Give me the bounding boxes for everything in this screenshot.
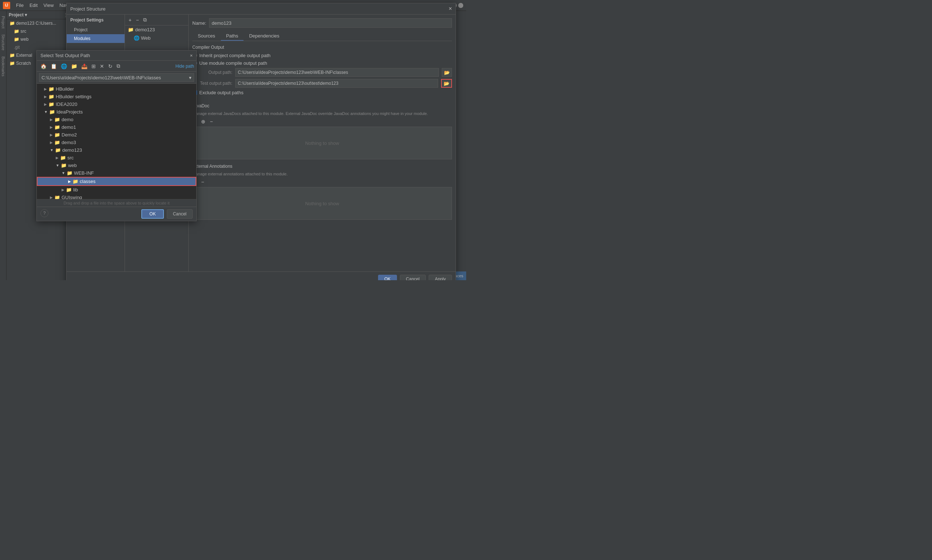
toolbar-delete-button[interactable]: ✕: [98, 63, 106, 70]
folder-icon: 📁: [66, 170, 73, 176]
settings-modules[interactable]: Modules: [66, 34, 125, 43]
output-path-browse-button[interactable]: 📂: [442, 68, 452, 77]
javadoc-toolbar: + ⊕ −: [192, 118, 452, 125]
folder-icon: 📁: [73, 178, 78, 184]
tab-dependencies[interactable]: Dependencies: [244, 31, 285, 41]
test-output-path-row: Test output path: 📂: [192, 79, 452, 88]
menu-file[interactable]: File: [13, 2, 26, 9]
javadoc-add-module-button[interactable]: ⊕: [200, 118, 207, 125]
javadoc-remove-button[interactable]: −: [208, 118, 214, 125]
file-tree-area: ▶ 📁 HBuilder ▶ 📁 HBuilder settings ▶ 📁 I…: [37, 84, 196, 199]
sidebar-bookmarks-tab[interactable]: Bookmarks: [0, 54, 6, 78]
ext-annotations-toolbar: + −: [192, 178, 452, 186]
tree-item-label: WEB-INF: [74, 170, 94, 176]
project-structure-apply-button[interactable]: Apply: [429, 275, 452, 280]
tree-item-demo123[interactable]: ▼ 📁 demo123: [37, 146, 196, 154]
toolbar-newfolder-button[interactable]: 📁: [69, 63, 79, 70]
use-module-radio-row: Use module compile output path: [192, 60, 452, 66]
tree-item-label: demo1: [62, 125, 76, 130]
tab-paths[interactable]: Paths: [221, 31, 244, 41]
project-structure-cancel-button[interactable]: Cancel: [400, 275, 426, 280]
javadoc-nothing-label: Nothing to show: [305, 140, 339, 146]
tree-item-label: lib: [73, 187, 78, 192]
toolbar-dir-button[interactable]: 📋: [49, 63, 58, 70]
chevron-right-icon: ▶: [50, 133, 53, 137]
ext-annotations-empty-area: Nothing to show: [192, 187, 452, 220]
select-dialog-ok-button[interactable]: OK: [141, 209, 164, 219]
tree-item-ideaprojects[interactable]: ▼ 📁 IdeaProjects: [37, 108, 196, 116]
tree-item-classes[interactable]: ▶ 📁 classes: [37, 177, 196, 186]
remove-module-button[interactable]: −: [134, 16, 140, 24]
test-output-path-browse-button[interactable]: 📂: [441, 79, 452, 88]
chevron-right-icon: ▶: [56, 156, 59, 160]
ext-remove-button[interactable]: −: [200, 178, 205, 186]
copy-module-button[interactable]: ⧉: [142, 16, 148, 24]
select-dialog-title-label: Select Test Output Path: [40, 53, 90, 58]
chevron-right-icon: ▶: [62, 188, 65, 192]
toolbar-home-button[interactable]: 🏠: [39, 63, 48, 70]
output-path-input[interactable]: [235, 68, 439, 77]
path-combo-input[interactable]: C:\Users\a\IdeaProjects\demo123\web\WEB-…: [39, 73, 194, 82]
select-dialog-help-button[interactable]: ?: [40, 209, 48, 217]
toolbar-globe-button[interactable]: 🌐: [59, 63, 68, 70]
add-module-button[interactable]: +: [127, 16, 133, 24]
ext-annotations-title: External Annotations: [192, 164, 452, 169]
module-demo123[interactable]: 📁 demo123: [125, 25, 188, 34]
module-name-input[interactable]: [209, 18, 452, 28]
web-icon: 🌐: [134, 35, 139, 41]
tree-item-demo2[interactable]: ▶ 📁 Demo2: [37, 131, 196, 138]
ide-sidebar-left: Project Structure Bookmarks: [0, 11, 6, 280]
tree-item-hbuilder-settings[interactable]: ▶ 📁 HBuilder settings: [37, 93, 196, 100]
tree-item-demo1[interactable]: ▶ 📁 demo1: [37, 123, 196, 131]
hide-path-button[interactable]: Hide path: [176, 64, 194, 69]
compiler-output-title: Compiler Output: [192, 45, 452, 50]
chevron-right-icon: ▶: [44, 87, 47, 91]
folder-icon: 📁: [54, 117, 60, 122]
tree-item-demo3[interactable]: ▶ 📁 demo3: [37, 138, 196, 146]
chevron-down-icon: ▼: [50, 148, 54, 152]
path-combo-value: C:\Users\a\IdeaProjects\demo123\web\WEB-…: [42, 75, 161, 80]
tree-item-webinf[interactable]: ▼ 📁 WEB-INF: [37, 169, 196, 177]
toolbar-refresh-button[interactable]: ↻: [107, 63, 114, 70]
close-button[interactable]: [458, 3, 463, 8]
test-output-path-input[interactable]: [235, 79, 438, 88]
app-logo: IJ: [3, 2, 10, 9]
tree-item-label: demo123: [62, 148, 82, 153]
tree-item-src[interactable]: ▶ 📁 src: [37, 154, 196, 162]
settings-project[interactable]: Project: [66, 25, 125, 34]
toolbar-expand-button[interactable]: ⊞: [90, 63, 97, 70]
sidebar-structure-tab[interactable]: Structure: [0, 32, 6, 53]
project-structure-close[interactable]: ×: [449, 5, 452, 12]
exclude-output-row: Exclude output paths: [192, 90, 452, 95]
tree-item-label: demo: [62, 117, 74, 122]
chevron-down-icon: ▼: [44, 110, 48, 114]
select-dialog-close-button[interactable]: ×: [190, 53, 193, 58]
tree-item-label: Demo2: [62, 132, 77, 137]
tree-item-label: IDEA2020: [56, 102, 77, 107]
toolbar-copy-button[interactable]: ⧉: [115, 62, 122, 70]
chevron-right-icon: ▶: [44, 102, 47, 106]
menu-edit[interactable]: Edit: [26, 2, 40, 9]
tree-item-label: HBuilder: [56, 86, 74, 92]
tree-item-hbuilder[interactable]: ▶ 📁 HBuilder: [37, 85, 196, 93]
project-root: 📁 demo123 C:\Users...: [6, 19, 70, 27]
project-panel-header: Project ▾ ⋮: [6, 11, 70, 19]
sidebar-project-tab[interactable]: Project: [0, 14, 6, 31]
tree-item-web[interactable]: ▼ 📁 web: [37, 162, 196, 169]
external-annotations-section: External Annotations Manage external ann…: [192, 164, 452, 220]
toolbar-upload-button[interactable]: 📤: [80, 63, 89, 70]
select-dialog-path-row: C:\Users\a\IdeaProjects\demo123\web\WEB-…: [37, 72, 196, 84]
tree-item-lib[interactable]: ▶ 📁 lib: [37, 186, 196, 194]
folder-icon: 📁: [54, 140, 60, 145]
tree-item-demo[interactable]: ▶ 📁 demo: [37, 116, 196, 123]
project-structure-ok-button[interactable]: OK: [378, 275, 397, 280]
select-test-output-dialog: Select Test Output Path × 🏠 📋 🌐 📁 📤 ⊞ ✕ …: [36, 50, 197, 221]
tab-sources[interactable]: Sources: [192, 31, 221, 41]
module-name-row: Name:: [192, 18, 452, 28]
module-web[interactable]: 🌐 Web: [125, 34, 188, 42]
menu-view[interactable]: View: [40, 2, 56, 9]
output-path-row: Output path: 📂: [192, 68, 452, 77]
tree-item-guiswing[interactable]: ▶ 📁 GUIswing: [37, 194, 196, 199]
select-dialog-cancel-button[interactable]: Cancel: [167, 209, 193, 219]
tree-item-idea2020[interactable]: ▶ 📁 IDEA2020: [37, 100, 196, 108]
